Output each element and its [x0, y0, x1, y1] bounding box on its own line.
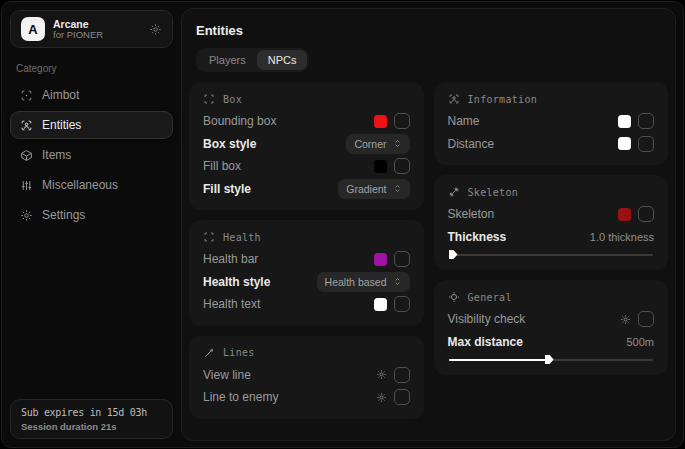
health-text-color-swatch[interactable]: [374, 298, 387, 311]
view-line-config-gear-icon[interactable]: [376, 369, 387, 380]
distance-color-swatch[interactable]: [618, 137, 631, 150]
line-to-enemy-row: Line to enemy: [203, 386, 410, 409]
sidebar-item-label: Entities: [42, 118, 81, 132]
health-text-checkbox[interactable]: [394, 296, 410, 312]
session-duration-text: Session duration 21s: [21, 421, 162, 432]
max-distance-row: Max distance 500m: [448, 331, 655, 354]
fill-box-color-swatch[interactable]: [374, 160, 387, 173]
box-panel: Box Bounding box Box style Corne: [189, 82, 424, 210]
app-logo: A: [21, 17, 45, 41]
person-scan-icon: [20, 119, 33, 132]
sliders-icon: [20, 179, 33, 192]
package-icon: [20, 149, 33, 162]
sidebar-item-label: Items: [42, 148, 71, 162]
line-to-enemy-checkbox[interactable]: [394, 389, 410, 405]
select-value: Corner: [354, 138, 386, 150]
gear-icon: [20, 209, 33, 222]
max-distance-slider-handle[interactable]: [545, 355, 554, 364]
lines-panel: Lines View line: [189, 336, 424, 419]
panel-title: Information: [468, 94, 538, 105]
crosshair-icon: [20, 89, 33, 102]
max-distance-value: 500m: [626, 336, 654, 348]
max-distance-slider[interactable]: [449, 355, 654, 364]
fill-style-select[interactable]: Gradient: [338, 179, 409, 199]
crosshair-ticks-icon: [448, 291, 460, 303]
visibility-check-checkbox[interactable]: [638, 311, 654, 327]
select-value: Gradient: [346, 183, 386, 195]
pencil-line-icon: [203, 347, 215, 359]
select-value: Health based: [325, 276, 387, 288]
sidebar: A Arcane for PIONER Category Aimbot: [10, 10, 173, 439]
tab-npcs[interactable]: NPCs: [257, 50, 308, 70]
health-bar-color-swatch[interactable]: [374, 253, 387, 266]
sidebar-item-label: Miscellaneous: [42, 178, 118, 192]
name-color-swatch[interactable]: [618, 115, 631, 128]
view-line-checkbox[interactable]: [394, 367, 410, 383]
brand-card: A Arcane for PIONER: [10, 10, 173, 48]
person-scan-icon: [448, 93, 460, 105]
line-to-enemy-config-gear-icon[interactable]: [376, 392, 387, 403]
health-text-row: Health text: [203, 293, 410, 316]
general-panel: General Visibility check: [434, 280, 669, 375]
sidebar-item-entities[interactable]: Entities: [10, 111, 173, 139]
app-name: Arcane: [53, 18, 103, 30]
main-panel: Entities Players NPCs Box: [181, 8, 676, 441]
bounding-box-checkbox[interactable]: [394, 113, 410, 129]
health-style-select[interactable]: Health based: [317, 272, 410, 292]
health-style-row: Health style Health based: [203, 271, 410, 294]
row-label: Bounding box: [203, 114, 276, 128]
visibility-check-config-gear-icon[interactable]: [620, 314, 631, 325]
panel-title: Box: [223, 94, 242, 105]
row-label: Skeleton: [448, 207, 495, 221]
view-line-row: View line: [203, 364, 410, 387]
health-panel: Health Health bar Health style H: [189, 220, 424, 326]
sub-expiry-text: Sub expires in 15d 03h: [21, 407, 162, 418]
row-label: View line: [203, 368, 251, 382]
chevrons-up-down-icon: [393, 184, 402, 193]
fill-style-row: Fill style Gradient: [203, 178, 410, 201]
tab-players[interactable]: Players: [198, 50, 257, 70]
name-row: Name: [448, 110, 655, 133]
row-label: Fill box: [203, 159, 241, 173]
distance-checkbox[interactable]: [638, 136, 654, 152]
panel-title: Skeleton: [468, 187, 519, 198]
thickness-value: 1.0 thickness: [590, 231, 654, 243]
fill-box-checkbox[interactable]: [394, 158, 410, 174]
row-label: Max distance: [448, 335, 523, 349]
health-bar-row: Health bar: [203, 248, 410, 271]
sidebar-item-label: Settings: [42, 208, 85, 222]
sidebar-item-items[interactable]: Items: [10, 141, 173, 169]
sidebar-item-settings[interactable]: Settings: [10, 201, 173, 229]
visibility-check-row: Visibility check: [448, 308, 655, 331]
settings-gear-icon[interactable]: [149, 23, 162, 36]
bone-icon: [448, 186, 460, 198]
row-label: Fill style: [203, 182, 251, 196]
skeleton-checkbox[interactable]: [638, 206, 654, 222]
health-bar-checkbox[interactable]: [394, 251, 410, 267]
row-label: Thickness: [448, 230, 507, 244]
tab-bar: Players NPCs: [196, 48, 309, 72]
sidebar-item-miscellaneous[interactable]: Miscellaneous: [10, 171, 173, 199]
panel-title: Lines: [223, 347, 255, 358]
sidebar-item-aimbot[interactable]: Aimbot: [10, 81, 173, 109]
thickness-slider[interactable]: [449, 250, 654, 259]
bounding-box-color-swatch[interactable]: [374, 115, 387, 128]
page-title: Entities: [196, 23, 668, 38]
information-panel: Information Name Distance: [434, 82, 669, 165]
skeleton-color-swatch[interactable]: [618, 208, 631, 221]
scan-corners-icon: [203, 231, 215, 243]
name-checkbox[interactable]: [638, 113, 654, 129]
box-style-select[interactable]: Corner: [346, 134, 409, 154]
scan-corners-icon: [203, 93, 215, 105]
bounding-box-row: Bounding box: [203, 110, 410, 133]
row-label: Health text: [203, 297, 260, 311]
panel-title: Health: [223, 232, 261, 243]
chevrons-up-down-icon: [393, 139, 402, 148]
app-subtitle: for PIONER: [53, 30, 103, 41]
box-style-row: Box style Corner: [203, 133, 410, 156]
row-label: Health bar: [203, 252, 258, 266]
subscription-card: Sub expires in 15d 03h Session duration …: [10, 399, 173, 439]
row-label: Visibility check: [448, 312, 526, 326]
row-label: Health style: [203, 275, 270, 289]
thickness-slider-handle[interactable]: [449, 250, 458, 259]
